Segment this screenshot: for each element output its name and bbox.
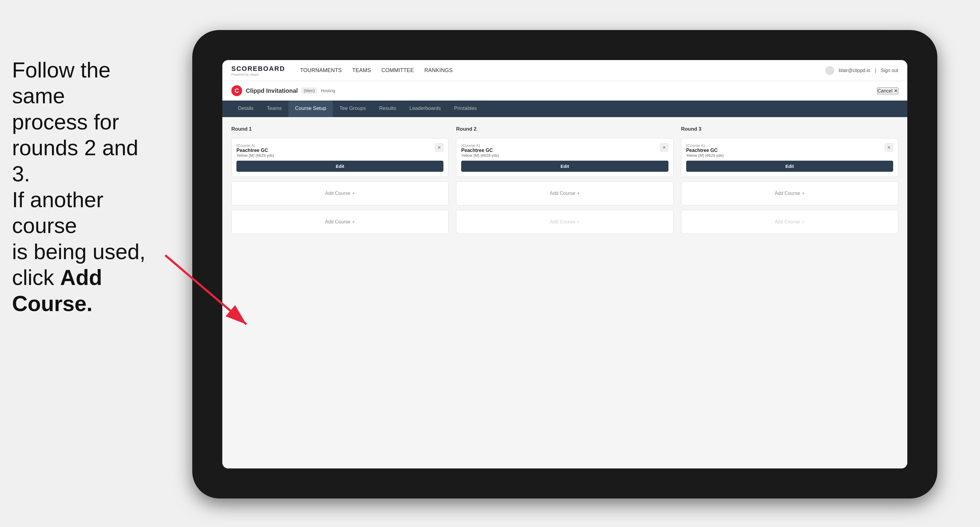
round-3-column: Round 3 (Course A) Peachtree GC Yellow (…	[681, 126, 898, 234]
course-label-small-2: (Course A)	[461, 143, 660, 148]
course-name-3: Peachtree GC	[686, 148, 885, 153]
tab-bar: Details Teams Course Setup Tee Groups Re…	[222, 101, 907, 117]
nav-right: blair@clippd.io | Sign out	[825, 66, 898, 75]
tab-tee-groups[interactable]: Tee Groups	[333, 101, 372, 117]
course-info: (Course A) Peachtree GC Yellow (M) (6629…	[236, 143, 435, 158]
add-course-text-6: Add Course +	[775, 219, 805, 225]
add-course-text-1: Add Course +	[325, 190, 355, 196]
round-3-label: Round 3	[681, 126, 898, 132]
edit-course-button[interactable]: Edit	[236, 161, 444, 172]
course-card-header-3: (Course A) Peachtree GC Yellow (M) (6629…	[686, 143, 893, 158]
nav-teams[interactable]: TEAMS	[352, 66, 371, 75]
add-course-card-6: Add Course +	[681, 210, 898, 234]
tournament-badge: (Men)	[301, 87, 317, 94]
tab-printables[interactable]: Printables	[448, 101, 484, 117]
round-2-course-card: (Course A) Peachtree GC Yellow (M) (6629…	[456, 138, 673, 177]
instruction-text: Follow the same process for rounds 2 and…	[0, 48, 174, 325]
top-nav: SCOREBOARD Powered by clippd TOURNAMENTS…	[222, 60, 907, 81]
nav-committee[interactable]: COMMITTEE	[382, 66, 414, 75]
add-course-text-5: Add Course +	[775, 190, 805, 196]
user-email: blair@clippd.io	[839, 68, 870, 73]
add-course-card-4: Add Course +	[456, 210, 673, 234]
logo-area: SCOREBOARD Powered by clippd	[231, 65, 285, 76]
tablet-frame: SCOREBOARD Powered by clippd TOURNAMENTS…	[192, 30, 937, 498]
tournament-name: Clippd Invitational	[246, 87, 298, 94]
add-course-text-4: Add Course +	[550, 219, 580, 225]
course-info-2: (Course A) Peachtree GC Yellow (M) (6629…	[461, 143, 660, 158]
round-1-label: Round 1	[231, 126, 449, 132]
tab-details[interactable]: Details	[231, 101, 260, 117]
add-course-text-3: Add Course +	[550, 190, 580, 196]
add-course-text-2: Add Course +	[325, 219, 355, 225]
course-details: Yellow (M) (6629 yds)	[236, 153, 435, 158]
rounds-grid: Round 1 (Course A) Peachtree GC Yellow (…	[231, 126, 898, 234]
hosting-badge: Hosting	[321, 88, 335, 93]
round-1-course-card: (Course A) Peachtree GC Yellow (M) (6629…	[231, 138, 449, 177]
main-content: Round 1 (Course A) Peachtree GC Yellow (…	[222, 117, 907, 468]
tab-course-setup[interactable]: Course Setup	[288, 101, 333, 117]
delete-course-button-3[interactable]: ✕	[885, 143, 893, 152]
tab-leaderboards[interactable]: Leaderboards	[403, 101, 448, 117]
course-name: Peachtree GC	[236, 148, 435, 153]
delete-course-button[interactable]: ✕	[435, 143, 444, 152]
add-course-card-2[interactable]: Add Course +	[231, 210, 449, 234]
add-course-card-5[interactable]: Add Course +	[681, 181, 898, 205]
course-info-3: (Course A) Peachtree GC Yellow (M) (6629…	[686, 143, 885, 158]
course-name-2: Peachtree GC	[461, 148, 660, 153]
tablet-screen: SCOREBOARD Powered by clippd TOURNAMENTS…	[222, 60, 907, 468]
sign-out-link[interactable]: Sign out	[881, 68, 898, 73]
course-card-header-2: (Course A) Peachtree GC Yellow (M) (6629…	[461, 143, 668, 158]
round-1-column: Round 1 (Course A) Peachtree GC Yellow (…	[231, 126, 449, 234]
add-course-card-1[interactable]: Add Course +	[231, 181, 449, 205]
nav-tournaments[interactable]: TOURNAMENTS	[300, 66, 342, 75]
nav-links: TOURNAMENTS TEAMS COMMITTEE RANKINGS	[300, 66, 453, 75]
user-avatar	[825, 66, 834, 75]
course-details-3: Yellow (M) (6629 yds)	[686, 153, 885, 158]
pipe-separator: |	[875, 68, 876, 73]
clippd-icon: C	[231, 85, 242, 96]
delete-course-button-2[interactable]: ✕	[660, 143, 668, 152]
tournament-title-area: C Clippd Invitational (Men) Hosting	[231, 85, 335, 96]
edit-course-button-3[interactable]: Edit	[686, 161, 893, 172]
round-2-column: Round 2 (Course A) Peachtree GC Yellow (…	[456, 126, 673, 234]
cancel-button[interactable]: Cancel ✕	[877, 87, 898, 94]
logo-powered: Powered by clippd	[231, 73, 285, 76]
logo-scoreboard: SCOREBOARD	[231, 65, 285, 73]
nav-rankings[interactable]: RANKINGS	[425, 66, 453, 75]
tab-teams[interactable]: Teams	[260, 101, 288, 117]
round-2-label: Round 2	[456, 126, 673, 132]
course-details-2: Yellow (M) (6629 yds)	[461, 153, 660, 158]
tab-results[interactable]: Results	[372, 101, 403, 117]
course-label-small-3: (Course A)	[686, 143, 885, 148]
add-course-card-3[interactable]: Add Course +	[456, 181, 673, 205]
edit-course-button-2[interactable]: Edit	[461, 161, 668, 172]
round-3-course-card: (Course A) Peachtree GC Yellow (M) (6629…	[681, 138, 898, 177]
course-label-small: (Course A)	[236, 143, 435, 148]
course-card-header: (Course A) Peachtree GC Yellow (M) (6629…	[236, 143, 444, 158]
tournament-header: C Clippd Invitational (Men) Hosting Canc…	[222, 81, 907, 101]
nav-left: SCOREBOARD Powered by clippd TOURNAMENTS…	[231, 65, 453, 76]
